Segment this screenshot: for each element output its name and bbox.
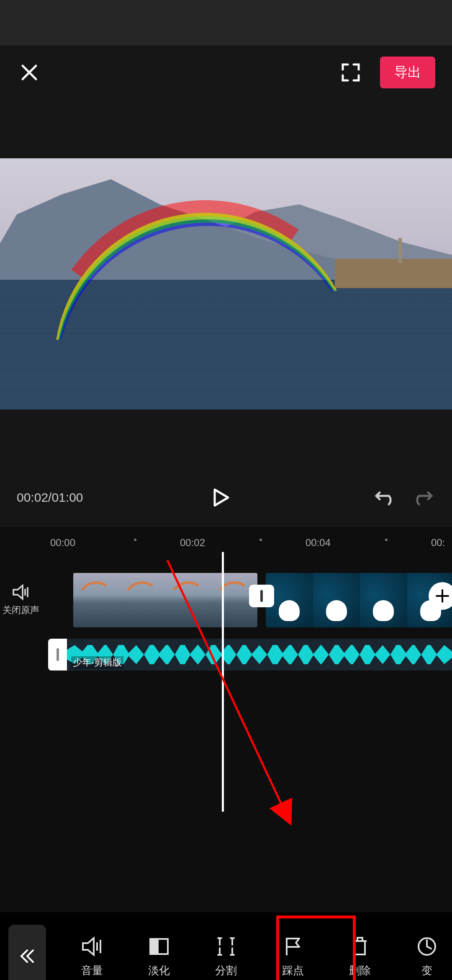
video-clip-1[interactable] [73,573,257,627]
playback-controls: 00:02/01:00 [0,468,452,527]
tool-label: 变 [421,963,432,978]
total-time: 01:00 [51,490,83,504]
tool-volume[interactable]: 音量 [59,923,126,980]
waveform [67,639,452,671]
export-button[interactable]: 导出 [380,57,435,88]
tool-beat-marker[interactable]: 踩点 [259,923,326,980]
ruler-dot [259,539,262,541]
split-icon [216,936,236,957]
speed-icon [416,936,437,957]
close-button[interactable] [17,60,42,85]
tool-split[interactable]: 分割 [193,923,259,980]
fade-icon [149,937,170,956]
flag-icon [283,936,303,957]
current-time: 00:02 [17,490,48,504]
redo-button[interactable] [410,485,435,510]
speaker-icon [81,936,103,957]
video-clip-2[interactable] [266,573,452,627]
svg-rect-2 [150,939,159,954]
bottom-toolbar: 音量 淡化 分割 踩点 删除 变 [0,912,452,980]
video-track: 关闭原声 [0,567,452,634]
video-preview[interactable] [0,158,452,410]
play-icon [213,488,230,507]
ruler-tick: 00:00 [50,537,75,549]
audio-clip-handle[interactable] [48,639,67,671]
time-display: 00:02/01:00 [17,490,83,505]
audio-clip[interactable]: 少年-剪辑版 [67,639,452,671]
undo-button[interactable] [372,485,398,510]
tool-label: 删除 [349,963,371,978]
playhead[interactable] [222,552,224,812]
timeline-ruler: 00:00 00:02 00:04 00: [0,527,452,552]
tool-fade[interactable]: 淡化 [126,923,193,980]
plus-icon [435,588,450,603]
toolbar-back-button[interactable] [8,925,46,980]
ruler-tick: 00:04 [306,537,331,549]
fullscreen-icon [341,63,360,82]
tool-delete[interactable]: 删除 [326,923,393,980]
tool-label: 淡化 [148,963,170,978]
audio-clip-label: 少年-剪辑版 [71,656,123,669]
mute-original-button[interactable]: 关闭原声 [0,584,42,616]
tool-speed[interactable]: 变 [393,923,452,980]
speaker-icon [12,584,30,601]
transition-button[interactable] [249,585,274,607]
ruler-tick: 00:02 [180,537,205,549]
play-button[interactable] [209,485,234,510]
redo-icon [412,489,433,506]
ruler-tick: 00: [431,537,445,549]
preview-area [0,100,452,468]
timeline[interactable]: 00:00 00:02 00:04 00: 关闭原声 少年-剪辑版 [0,527,452,912]
status-bar [0,0,452,45]
ruler-dot [385,539,388,541]
fullscreen-button[interactable] [338,60,363,85]
chevron-left-double-icon [19,948,36,965]
close-icon [20,63,39,82]
tool-label: 分割 [215,963,237,978]
tool-label: 踩点 [282,963,304,978]
ruler-dot [134,539,136,541]
trash-icon [351,936,369,957]
audio-track: 少年-剪辑版 [0,639,452,672]
header: 导出 [0,45,452,100]
undo-icon [375,489,396,506]
mute-label: 关闭原声 [3,604,39,616]
tool-label: 音量 [81,963,103,978]
